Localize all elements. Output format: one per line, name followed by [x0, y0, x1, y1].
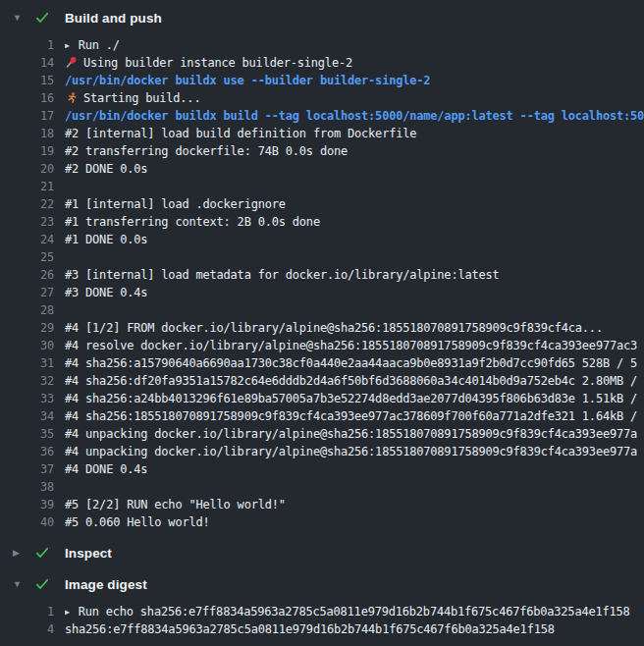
log-line: 32#4 sha256:df20fa9351a15782c64e6dddb2d4… [0, 372, 644, 390]
log-lines: 1▶Run echo sha256:e7ff8834a5963a2785c5a0… [0, 603, 644, 638]
log-line: 35#4 unpacking docker.io/library/alpine@… [0, 425, 644, 443]
line-number[interactable]: 30 [0, 337, 54, 354]
line-text-content: #4 unpacking docker.io/library/alpine@sh… [65, 445, 637, 458]
line-number[interactable]: 20 [0, 160, 54, 178]
check-icon [34, 10, 50, 26]
line-text: #2 transferring dockerfile: 74B 0.0s don… [65, 142, 644, 160]
line-text: #5 0.060 Hello world! [65, 513, 644, 531]
line-text: /usr/bin/docker buildx use --builder bui… [65, 72, 644, 89]
line-text: #2 [internal] load build definition from… [65, 125, 644, 142]
line-text: Starting build... [65, 89, 644, 107]
section-title: Image digest [65, 577, 147, 592]
line-number[interactable]: 23 [0, 213, 54, 231]
line-number[interactable]: 32 [0, 372, 54, 390]
line-number[interactable]: 39 [0, 496, 54, 513]
line-number[interactable]: 17 [0, 107, 54, 125]
line-text: #5 [2/2] RUN echo "Hello world!" [65, 496, 644, 513]
line-text [65, 478, 644, 496]
line-number[interactable]: 27 [0, 284, 54, 301]
line-number[interactable]: 19 [0, 142, 54, 160]
line-number[interactable]: 22 [0, 195, 54, 213]
log-line: 14Using builder instance builder-single-… [0, 54, 644, 72]
line-text-content: #2 DONE 0.0s [65, 162, 147, 176]
line-number[interactable]: 31 [0, 354, 54, 372]
line-text[interactable]: ▶Run echo sha256:e7ff8834a5963a2785c5a08… [65, 603, 644, 620]
section-header-inspect[interactable]: ▶Inspect [0, 543, 644, 563]
line-number[interactable]: 24 [0, 231, 54, 248]
line-text-content: Starting build... [83, 91, 200, 105]
line-number[interactable]: 14 [0, 54, 54, 72]
line-number[interactable]: 35 [0, 425, 54, 443]
log-line: 21 [0, 178, 644, 195]
line-text: Using builder instance builder-single-2 [65, 54, 644, 72]
log-line: 25 [0, 248, 644, 266]
line-number[interactable]: 34 [0, 407, 54, 425]
line-number[interactable]: 4 [0, 620, 54, 638]
line-number[interactable]: 1 [0, 36, 54, 54]
line-number[interactable]: 18 [0, 125, 54, 142]
line-text[interactable]: ▶Run ./ [65, 36, 644, 54]
line-text: #2 DONE 0.0s [65, 160, 644, 178]
line-text-content: #5 0.060 Hello world! [65, 515, 210, 529]
line-number[interactable]: 37 [0, 460, 54, 478]
line-number[interactable]: 28 [0, 301, 54, 319]
line-text-content: sha256:e7ff8834a5963a2785c5a0811e979d16b… [65, 622, 555, 636]
check-icon [34, 545, 50, 561]
line-number[interactable]: 36 [0, 443, 54, 460]
line-text: #1 DONE 0.0s [65, 231, 644, 248]
log-line: 4sha256:e7ff8834a5963a2785c5a0811e979d16… [0, 620, 644, 638]
play-icon[interactable]: ▶ [65, 604, 70, 620]
line-text-content: #1 transferring context: 2B 0.0s done [65, 215, 320, 229]
line-text: /usr/bin/docker buildx build --tag local… [65, 107, 644, 125]
log-line: 27#3 DONE 0.4s [0, 284, 644, 301]
line-text-content: /usr/bin/docker buildx use --builder bui… [65, 74, 430, 87]
line-text-content: Run echo sha256:e7ff8834a5963a2785c5a081… [79, 605, 630, 619]
log-lines: 1▶Run ./14Using builder instance builder… [0, 36, 644, 531]
line-number[interactable]: 21 [0, 178, 54, 195]
line-text-content: #5 [2/2] RUN echo "Hello world!" [65, 498, 286, 511]
log-line: 40#5 0.060 Hello world! [0, 513, 644, 531]
log-line: 16Starting build... [0, 89, 644, 107]
line-number[interactable]: 38 [0, 478, 54, 496]
line-text-content: #2 [internal] load build definition from… [65, 127, 416, 140]
section-title: Inspect [65, 546, 112, 561]
line-number[interactable]: 40 [0, 513, 54, 531]
line-text-content: #4 sha256:185518070891758909c9f839cf4ca3… [65, 409, 637, 423]
line-text: #1 transferring context: 2B 0.0s done [65, 213, 644, 231]
log-line: 37#4 DONE 0.4s [0, 460, 644, 478]
line-text-content: #1 DONE 0.0s [65, 233, 147, 246]
line-text: #4 resolve docker.io/library/alpine@sha2… [65, 337, 644, 354]
line-number[interactable]: 29 [0, 319, 54, 337]
line-text: #4 DONE 0.4s [65, 460, 644, 478]
line-text: #3 DONE 0.4s [65, 284, 644, 301]
line-text-content: #3 [internal] load metadata for docker.i… [65, 268, 500, 282]
line-text-content: #3 DONE 0.4s [65, 286, 147, 299]
line-text: #4 sha256:df20fa9351a15782c64e6dddb2d4a6… [65, 372, 644, 390]
workflow-log-viewer: ▼Build and push1▶Run ./14Using builder i… [0, 0, 644, 646]
runner-icon [65, 89, 78, 107]
log-line: 38 [0, 478, 644, 496]
log-line: 23#1 transferring context: 2B 0.0s done [0, 213, 644, 231]
section-header-build-and-push[interactable]: ▼Build and push [0, 8, 644, 27]
line-text-content: #4 DONE 0.4s [65, 462, 147, 476]
line-text: #4 sha256:a15790640a6690aa1730c38cf0a440… [65, 354, 644, 372]
line-text-content: #4 unpacking docker.io/library/alpine@sh… [65, 427, 637, 441]
section-header-image-digest[interactable]: ▼Image digest [0, 574, 644, 594]
line-text: #4 unpacking docker.io/library/alpine@sh… [65, 425, 644, 443]
line-text: #4 sha256:a24bb4013296f61e89ba57005a7b3e… [65, 390, 644, 407]
log-line: 1▶Run echo sha256:e7ff8834a5963a2785c5a0… [0, 603, 644, 620]
line-number[interactable]: 26 [0, 266, 54, 284]
line-number[interactable]: 16 [0, 89, 54, 107]
line-text: #4 [1/2] FROM docker.io/library/alpine@s… [65, 319, 644, 337]
chevron-right-icon: ▶ [13, 543, 25, 563]
line-text [65, 248, 644, 266]
line-text-content: #4 sha256:df20fa9351a15782c64e6dddb2d4a6… [65, 374, 637, 388]
line-text-content: #4 sha256:a24bb4013296f61e89ba57005a7b3e… [65, 392, 637, 405]
log-line: 17/usr/bin/docker buildx build --tag loc… [0, 107, 644, 125]
line-number[interactable]: 25 [0, 248, 54, 266]
line-text: #3 [internal] load metadata for docker.i… [65, 266, 644, 284]
line-number[interactable]: 33 [0, 390, 54, 407]
line-number[interactable]: 1 [0, 603, 54, 620]
line-number[interactable]: 15 [0, 72, 54, 89]
play-icon[interactable]: ▶ [65, 37, 70, 54]
